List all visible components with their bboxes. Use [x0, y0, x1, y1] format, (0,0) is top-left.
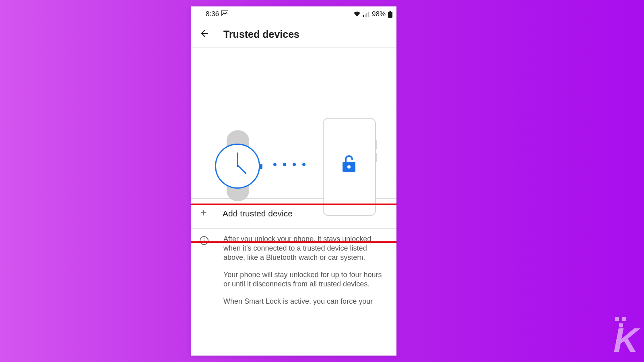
page-title: Trusted devices — [223, 29, 299, 40]
battery-icon — [388, 11, 392, 18]
info-paragraph-1: After you unlock your phone, it stays un… — [223, 234, 389, 262]
info-paragraph-2: Your phone will stay unlocked for up to … — [223, 270, 389, 289]
svg-rect-10 — [204, 240, 204, 243]
connection-dots-icon — [273, 163, 305, 166]
status-right: 98% — [353, 10, 392, 18]
screenshot-icon — [221, 10, 228, 18]
battery-percent: 98% — [372, 10, 386, 18]
svg-rect-4 — [368, 12, 369, 17]
svg-rect-11 — [204, 238, 204, 239]
svg-point-8 — [347, 165, 351, 169]
back-arrow-icon[interactable] — [199, 28, 210, 40]
svg-rect-5 — [390, 11, 391, 12]
watermark-letter: K — [613, 330, 636, 351]
svg-rect-2 — [365, 14, 366, 17]
status-time: 8:36 — [206, 10, 219, 18]
plus-icon — [199, 208, 208, 219]
info-text: After you unlock your phone, it stays un… — [223, 234, 389, 314]
watermark: K — [613, 317, 636, 351]
svg-rect-6 — [388, 12, 392, 18]
signal-icon — [363, 11, 369, 17]
background: 8:36 98% — [0, 0, 644, 362]
unlock-icon — [341, 154, 357, 175]
phone-screenshot: 8:36 98% — [191, 6, 396, 356]
app-header: Trusted devices — [191, 21, 396, 48]
watch-crown-icon — [260, 164, 262, 169]
status-left: 8:36 — [206, 10, 228, 18]
add-trusted-device-label: Add trusted device — [223, 209, 293, 218]
info-paragraph-3: When Smart Lock is active, you can force… — [223, 297, 389, 306]
info-icon — [199, 234, 209, 314]
svg-rect-1 — [363, 15, 364, 17]
info-section: After you unlock your phone, it stays un… — [191, 229, 396, 314]
illustration — [191, 48, 396, 198]
svg-rect-3 — [366, 13, 367, 17]
wifi-icon — [353, 11, 361, 17]
status-bar: 8:36 98% — [191, 6, 396, 21]
